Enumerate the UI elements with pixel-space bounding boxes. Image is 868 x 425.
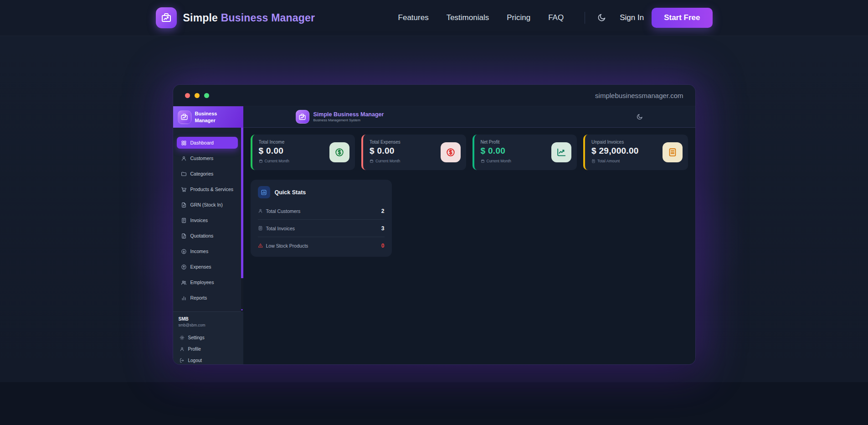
employees-icon [181, 280, 187, 285]
brand-icon [180, 113, 188, 121]
dollar-circle-icon [446, 147, 456, 157]
top-navbar: Simple Business Manager FeaturesTestimon… [0, 0, 868, 36]
sidebar-user-section: SMB smb@sbm.com Settings Profile Logout [173, 311, 243, 365]
sidebar-item-label: Quotations [190, 233, 214, 238]
invoices-icon [181, 218, 187, 223]
trend-chart-icon [556, 147, 566, 157]
minimize-window-dot[interactable] [195, 93, 200, 98]
logout-icon [180, 358, 185, 363]
sidebar-item-label: Settings [188, 335, 205, 340]
sidebar-item-label: Customers [190, 155, 214, 161]
sidebar-item-label: Products & Services [190, 187, 234, 192]
sidebar-user-menu: Settings Profile Logout [179, 332, 238, 365]
sidebar-item-invoices[interactable]: Invoices [177, 214, 238, 226]
stat-card-total-expenses: Total Expenses $ 0.00 Current Month [361, 135, 466, 170]
sign-in-link[interactable]: Sign In [620, 13, 644, 22]
dashboard-content: Total Income $ 0.00 Current Month Total … [243, 128, 695, 365]
sidebar-item-categories[interactable]: Categories [177, 168, 238, 180]
dollar-circle-icon [334, 147, 344, 157]
mockup-url: simplebusinessmanager.com [595, 92, 683, 99]
sidebar-item-grn-stock-in[interactable]: GRN (Stock In) [177, 199, 238, 211]
scrollbar-down-arrow-icon[interactable] [241, 309, 243, 311]
stat-icon-box [551, 142, 571, 162]
next-page-section [0, 382, 868, 425]
sidebar-item-profile[interactable]: Profile [179, 343, 238, 354]
quick-stats-rows: Total Customers 2 Total Invoices 3 Low S… [258, 202, 385, 254]
sidebar-item-incomes[interactable]: Incomes [177, 245, 238, 257]
chart-square-icon [261, 189, 267, 196]
sidebar-item-label: Invoices [190, 218, 208, 223]
hero-section: simplebusinessmanager.com Business Manag… [0, 36, 868, 382]
app-mockup-window: simplebusinessmanager.com Business Manag… [173, 84, 696, 365]
sidebar-scrollbar-thumb[interactable] [241, 128, 243, 278]
nav-link-faq[interactable]: FAQ [548, 13, 564, 22]
sidebar-item-dashboard[interactable]: Dashboard [177, 137, 238, 149]
sidebar-brand[interactable]: Business Manager [173, 106, 243, 128]
app-sidebar: Business Manager Dashboard Customers Cat… [173, 106, 243, 365]
stat-icon-box [329, 142, 349, 162]
sidebar-item-expenses[interactable]: Expenses [177, 261, 238, 273]
stat-footnote: Current Month [265, 159, 289, 163]
quick-stat-label: Low Stock Products [266, 243, 308, 249]
app-theme-toggle-button[interactable] [636, 114, 643, 120]
nav-link-pricing[interactable]: Pricing [507, 13, 530, 22]
sidebar-item-quotations[interactable]: Quotations [177, 230, 238, 242]
start-free-button[interactable]: Start Free [652, 8, 712, 28]
sidebar-scrollbar[interactable] [241, 128, 243, 312]
expenses-icon [181, 264, 187, 270]
sidebar-item-products-services[interactable]: Products & Services [177, 183, 238, 195]
user-name: SMB [179, 316, 238, 321]
quick-stats-header: Quick Stats [258, 181, 385, 202]
brand-logo [156, 7, 177, 28]
sidebar-item-label: Expenses [190, 264, 211, 270]
sidebar-item-employees[interactable]: Employees [177, 276, 238, 288]
customers-icon [181, 155, 187, 161]
close-window-dot[interactable] [185, 93, 190, 98]
nav-link-testimonials[interactable]: Testimonials [447, 13, 489, 22]
sidebar-item-customers[interactable]: Customers [177, 152, 238, 164]
stat-footnote: Current Month [487, 159, 511, 163]
sidebar-item-label: Profile [188, 347, 201, 352]
maximize-window-dot[interactable] [204, 93, 209, 98]
calendar-icon [370, 159, 374, 163]
calendar-icon [259, 159, 263, 163]
sidebar-item-reports[interactable]: Reports [177, 292, 238, 304]
stat-card-total-income: Total Income $ 0.00 Current Month [251, 135, 355, 170]
categories-icon [181, 171, 187, 177]
app-main: Simple Business Manager Business Managem… [243, 106, 695, 365]
theme-toggle-button[interactable] [597, 13, 606, 22]
quick-stats-card: Quick Stats Total Customers 2 Total Invo… [251, 180, 392, 257]
stat-footnote: Current Month [375, 159, 400, 163]
brand-icon [161, 12, 172, 23]
quick-stats-row-total-invoices: Total Invoices 3 [258, 220, 385, 237]
sidebar-item-settings[interactable]: Settings [179, 332, 238, 343]
quick-stats-row-total-customers: Total Customers 2 [258, 202, 385, 220]
nav-links: FeaturesTestimonialsPricingFAQ [398, 13, 564, 22]
quick-stat-label: Total Invoices [266, 226, 295, 231]
window-controls [185, 93, 214, 98]
nav-link-features[interactable]: Features [398, 13, 429, 22]
settings-icon [180, 335, 185, 340]
quick-stat-value: 3 [381, 225, 385, 232]
sidebar-item-label: Dashboard [190, 140, 214, 145]
stat-icon-box [441, 142, 461, 162]
sidebar-item-label: GRN (Stock In) [190, 202, 223, 207]
document-icon [668, 147, 678, 157]
sidebar-brand-logo [178, 110, 191, 124]
mockup-app: Business Manager Dashboard Customers Cat… [173, 106, 695, 365]
stat-cards-row: Total Income $ 0.00 Current Month Total … [251, 135, 688, 170]
quick-stat-value: 2 [381, 208, 385, 214]
dashboard-icon [181, 140, 187, 146]
sidebar-item-logout[interactable]: Logout [179, 355, 238, 365]
quick-stat-value: 0 [381, 243, 385, 249]
sidebar-item-item[interactable] [177, 307, 238, 311]
grn-icon [181, 202, 187, 208]
sidebar-item-label: Incomes [190, 249, 209, 254]
app-header: Simple Business Manager Business Managem… [243, 106, 695, 128]
site-brand[interactable]: Simple Business Manager [156, 7, 315, 28]
quick-stats-title: Quick Stats [275, 189, 306, 196]
sidebar-item-label: Logout [188, 358, 202, 363]
customers-icon [258, 208, 263, 213]
invoices-icon [258, 226, 263, 231]
quick-stat-label: Total Customers [266, 208, 301, 214]
